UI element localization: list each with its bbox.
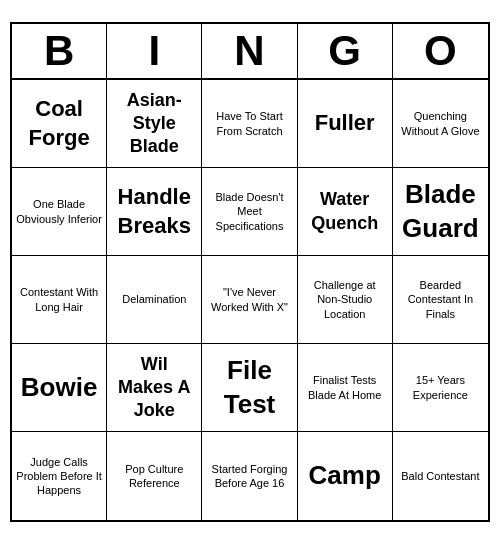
bingo-cell-20: Judge Calls Problem Before It Happens [12,432,107,520]
bingo-cell-18: Finalist Tests Blade At Home [298,344,393,432]
cell-text-5: One Blade Obviously Inferior [16,197,102,226]
bingo-cell-0: Coal Forge [12,80,107,168]
bingo-cell-7: Blade Doesn't Meet Specifications [202,168,297,256]
bingo-cell-4: Quenching Without A Glove [393,80,488,168]
cell-text-22: Started Forging Before Age 16 [206,462,292,491]
bingo-cell-24: Bald Contestant [393,432,488,520]
bingo-letter-n: N [202,24,297,78]
bingo-cell-11: Delamination [107,256,202,344]
cell-text-12: "I've Never Worked With X" [206,285,292,314]
bingo-cell-19: 15+ Years Experience [393,344,488,432]
cell-text-7: Blade Doesn't Meet Specifications [206,190,292,233]
bingo-letter-b: B [12,24,107,78]
cell-text-18: Finalist Tests Blade At Home [302,373,388,402]
bingo-cell-22: Started Forging Before Age 16 [202,432,297,520]
bingo-cell-5: One Blade Obviously Inferior [12,168,107,256]
cell-text-3: Fuller [315,109,375,138]
bingo-cell-6: Handle Breaks [107,168,202,256]
bingo-cell-8: Water Quench [298,168,393,256]
bingo-cell-16: Wil Makes A Joke [107,344,202,432]
bingo-cell-14: Bearded Contestant In Finals [393,256,488,344]
bingo-letter-g: G [298,24,393,78]
cell-text-16: Wil Makes A Joke [111,353,197,423]
bingo-cell-17: File Test [202,344,297,432]
bingo-cell-13: Challenge at Non-Studio Location [298,256,393,344]
cell-text-11: Delamination [122,292,186,306]
bingo-cell-9: Blade Guard [393,168,488,256]
bingo-card: BINGO Coal ForgeAsian-Style BladeHave To… [10,22,490,522]
cell-text-21: Pop Culture Reference [111,462,197,491]
cell-text-15: Bowie [21,371,98,405]
cell-text-10: Contestant With Long Hair [16,285,102,314]
bingo-cell-2: Have To Start From Scratch [202,80,297,168]
cell-text-1: Asian-Style Blade [111,89,197,159]
bingo-cell-3: Fuller [298,80,393,168]
cell-text-17: File Test [206,354,292,422]
bingo-cell-10: Contestant With Long Hair [12,256,107,344]
bingo-cell-12: "I've Never Worked With X" [202,256,297,344]
cell-text-2: Have To Start From Scratch [206,109,292,138]
cell-text-9: Blade Guard [397,178,484,246]
bingo-letter-i: I [107,24,202,78]
cell-text-13: Challenge at Non-Studio Location [302,278,388,321]
bingo-cell-1: Asian-Style Blade [107,80,202,168]
cell-text-4: Quenching Without A Glove [397,109,484,138]
bingo-cell-21: Pop Culture Reference [107,432,202,520]
bingo-grid: Coal ForgeAsian-Style BladeHave To Start… [12,80,488,520]
cell-text-20: Judge Calls Problem Before It Happens [16,455,102,498]
bingo-header: BINGO [12,24,488,80]
cell-text-19: 15+ Years Experience [397,373,484,402]
cell-text-8: Water Quench [302,188,388,235]
cell-text-23: Camp [309,459,381,493]
bingo-cell-23: Camp [298,432,393,520]
cell-text-24: Bald Contestant [401,469,479,483]
cell-text-14: Bearded Contestant In Finals [397,278,484,321]
bingo-cell-15: Bowie [12,344,107,432]
cell-text-0: Coal Forge [16,95,102,152]
cell-text-6: Handle Breaks [111,183,197,240]
bingo-letter-o: O [393,24,488,78]
